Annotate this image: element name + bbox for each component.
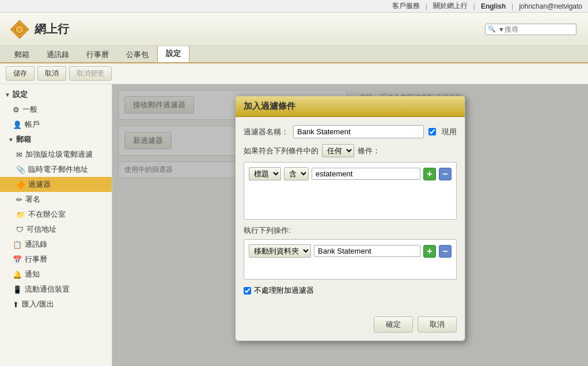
importexport-icon: ⬆ (13, 300, 19, 309)
sidebar-item-signature[interactable]: ✏ 署名 (0, 192, 112, 207)
confirm-button[interactable]: 確定 (374, 316, 413, 333)
sidebar-trusted-label: 可信地址 (26, 224, 56, 235)
tab-briefcase[interactable]: 公事包 (117, 47, 157, 62)
filter-name-input[interactable] (293, 125, 424, 138)
any-select[interactable]: 任何 (322, 144, 354, 157)
sidebar-item-notification[interactable]: 🔔 通知 (0, 267, 112, 282)
user-email[interactable]: johnchan@netvigato (519, 2, 582, 10)
search-dropdown[interactable]: ▼ (498, 26, 504, 33)
add-action-button[interactable]: + (423, 245, 436, 258)
enabled-label: 現用 (442, 127, 457, 137)
main: ▼ 設定 ⚙ 一般 👤 帳戶 ▼ 郵箱 ✉ 加強版垃圾電郵過濾 📎 臨時電子郵件… (0, 84, 588, 366)
action-operation-select[interactable]: 移動到資料夾 (249, 244, 311, 258)
sep1: | (426, 2, 427, 10)
sidebar-mobile-label: 流動通信裝置 (25, 284, 70, 295)
tab-settings[interactable]: 設定 (157, 46, 189, 62)
trusted-icon: 🛡 (16, 225, 24, 234)
logo[interactable]: 網上行 (9, 19, 69, 40)
sidebar-item-tempemail[interactable]: 📎 臨時電子郵件地址 (0, 162, 112, 177)
search-box[interactable]: 🔍 ▼ (485, 24, 576, 35)
sidebar-item-contacts[interactable]: 📋 通訊錄 (0, 237, 112, 252)
sidebar-notification-label: 通知 (25, 269, 40, 280)
remove-condition-button[interactable]: − (439, 168, 452, 180)
gear-icon: ⚙ (13, 105, 20, 114)
toolbar: 儲存 取消 取消變更 (0, 63, 588, 84)
filter-name-label: 過濾器名稱： (244, 127, 289, 137)
if-row: 如果符合下列條件中的 任何 條件： (244, 144, 457, 157)
sidebar-outofoffice-label: 不在辦公室 (28, 209, 66, 220)
sidebar-item-outofoffice[interactable]: 📁 不在辦公室 (0, 207, 112, 222)
no-subfilter-row: 不處理附加過濾器 (244, 285, 457, 296)
sidebar-calendar-label: 行事曆 (25, 254, 47, 265)
sidebar-item-account[interactable]: 👤 帳戶 (0, 117, 112, 132)
sidebar-item-spam[interactable]: ✉ 加強版垃圾電郵過濾 (0, 147, 112, 162)
search-input[interactable] (504, 25, 574, 33)
sidebar-item-filter[interactable]: 🔶 過濾器 (0, 177, 112, 192)
sidebar-tempemail-label: 臨時電子郵件地址 (28, 164, 88, 175)
language-link[interactable]: English (481, 2, 506, 10)
sidebar-item-general[interactable]: ⚙ 一般 (0, 102, 112, 117)
no-subfilter-label: 不處理附加過濾器 (254, 285, 314, 296)
sidebar-item-importexport[interactable]: ⬆ 匯入/匯出 (0, 297, 112, 312)
topbar: 客戶服務 | 關於網上行 | English | johnchan@netvig… (0, 0, 588, 13)
contacts-icon: 📋 (13, 240, 22, 249)
logo-icon (9, 19, 30, 40)
outofoffice-icon: 📁 (16, 210, 25, 219)
about-link[interactable]: 關於網上行 (433, 1, 468, 11)
sidebar-spam-label: 加強版垃圾電郵過濾 (25, 149, 93, 160)
dialog-body: 過濾器名稱： 現用 如果符合下列條件中的 任何 條件： (236, 117, 465, 312)
account-icon: 👤 (13, 120, 22, 129)
notification-icon: 🔔 (13, 270, 22, 279)
condition-label: 條件： (358, 146, 380, 156)
sep3: | (511, 2, 513, 10)
calendar-icon: 📅 (13, 255, 22, 264)
search-icon: 🔍 (488, 25, 496, 33)
sidebar-importexport-label: 匯入/匯出 (22, 299, 54, 310)
sidebar-settings-label: 設定 (13, 89, 28, 100)
customer-service-link[interactable]: 客戶服務 (392, 1, 420, 11)
sidebar-account-label: 帳戶 (25, 119, 40, 130)
dialog-footer: 確定 取消 (236, 312, 465, 341)
filter-icon: 🔶 (16, 180, 25, 189)
cancel-button[interactable]: 取消 (37, 66, 66, 81)
sidebar-item-trusted[interactable]: 🛡 可信地址 (0, 222, 112, 237)
tempemail-icon: 📎 (16, 165, 25, 174)
search-area: 🔍 ▼ (485, 24, 576, 35)
triangle-icon: ▼ (5, 92, 10, 98)
triangle-icon2: ▼ (8, 137, 14, 143)
condition-value-input[interactable] (312, 168, 420, 180)
tab-mailbox[interactable]: 郵箱 (6, 47, 38, 62)
remove-action-button[interactable]: − (439, 245, 452, 258)
filter-name-row: 過濾器名稱： 現用 (244, 125, 457, 138)
cancel-changes-button[interactable]: 取消變更 (69, 66, 112, 81)
sidebar-item-mobile[interactable]: 📱 流動通信裝置 (0, 282, 112, 297)
tab-contacts[interactable]: 通訊錄 (38, 47, 78, 62)
action-target-input[interactable] (314, 245, 420, 257)
logo-text: 網上行 (35, 21, 69, 37)
sidebar-signature-label: 署名 (25, 194, 40, 205)
condition-field-select[interactable]: 標題 (249, 167, 281, 180)
sidebar: ▼ 設定 ⚙ 一般 👤 帳戶 ▼ 郵箱 ✉ 加強版垃圾電郵過濾 📎 臨時電子郵件… (0, 84, 112, 366)
dialog-title: 加入過濾條件 (236, 96, 465, 117)
action-label: 執行下列操作: (244, 225, 457, 236)
sidebar-filter-label: 過濾器 (28, 179, 51, 190)
content-area: 接收郵件過濾器 新過濾器 使用中的篩選器 備註：系統會立即儲存對過濾規則 加入過… (112, 84, 588, 366)
sidebar-item-calendar[interactable]: 📅 行事曆 (0, 252, 112, 267)
spam-icon: ✉ (16, 150, 22, 159)
tab-calendar[interactable]: 行事曆 (78, 47, 117, 62)
save-button[interactable]: 儲存 (6, 66, 35, 81)
conditions-box: 標題 含 + − (244, 162, 457, 220)
svg-point-3 (17, 27, 22, 32)
dialog-cancel-button[interactable]: 取消 (418, 316, 457, 333)
condition-row: 標題 含 + − (249, 167, 452, 180)
mobile-icon: 📱 (13, 285, 22, 294)
enabled-checkbox[interactable] (428, 128, 436, 135)
if-label: 如果符合下列條件中的 (244, 146, 318, 156)
condition-operator-select[interactable]: 含 (284, 167, 309, 180)
actions-box: 移動到資料夾 + − (244, 239, 457, 280)
add-condition-button[interactable]: + (423, 168, 436, 180)
navtabs: 郵箱 通訊錄 行事曆 公事包 設定 (0, 46, 588, 63)
sidebar-contacts-label: 通訊錄 (25, 239, 47, 250)
dialog: 加入過濾條件 過濾器名稱： 現用 如果符合下列條件中的 任何 (235, 96, 465, 341)
no-subfilter-checkbox[interactable] (244, 287, 251, 295)
